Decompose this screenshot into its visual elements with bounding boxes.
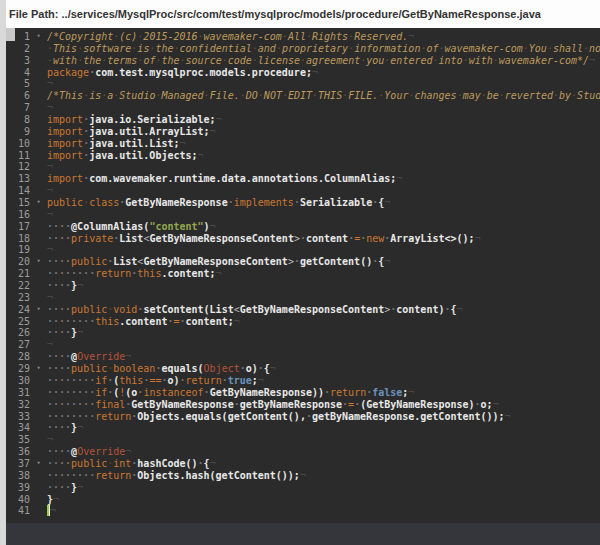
code-line-text[interactable]: import·com.wavemaker.runtime.data.annota… — [47, 173, 600, 185]
fold-arrow-icon[interactable]: ▾ — [30, 31, 47, 43]
code-line-text[interactable]: }¬ — [47, 494, 600, 506]
code-line-text[interactable]: import·java.util.ArrayList;¬ — [47, 126, 600, 138]
code-line-text[interactable]: ····public·List<GetByNameResponseContent… — [47, 256, 600, 268]
code-line-text[interactable]: ····public·boolean·equals(Object·o)·{¬ — [47, 363, 600, 375]
fold-gutter — [30, 209, 47, 221]
code-token: return — [186, 375, 222, 386]
code-line-text[interactable]: ¬ — [47, 161, 600, 173]
code-line-text[interactable]: import·java.util.List;¬ — [47, 138, 600, 150]
code-token: terms — [107, 55, 137, 66]
code-line-text[interactable]: public·class·GetByNameResponse·implement… — [47, 197, 600, 209]
code-token: content; — [186, 316, 234, 327]
code-token: · — [77, 43, 83, 54]
code-line-text[interactable]: package·com.test.mysqlproc.models.proced… — [47, 67, 600, 79]
code-token: .content; — [161, 268, 215, 279]
code-token: · — [499, 90, 505, 101]
fold-arrow-icon[interactable]: ▾ — [30, 256, 47, 268]
eol-mark: ¬ — [408, 387, 414, 398]
code-token: may — [463, 90, 481, 101]
code-line-text[interactable]: ¬ — [47, 185, 600, 197]
fold-arrow-icon[interactable]: ▾ — [30, 458, 47, 470]
eol-mark: ¬ — [270, 363, 276, 374]
fold-arrow-icon[interactable]: ▾ — [30, 197, 47, 209]
code-token: the — [161, 55, 179, 66]
code-token: EDIT — [288, 90, 312, 101]
code-token: · — [204, 90, 210, 101]
code-token: Rights — [312, 31, 348, 42]
code-token: · — [438, 43, 444, 54]
code-line-text[interactable]: ········return·Objects.hash(getContent()… — [47, 470, 600, 482]
code-line: 19¬ — [6, 244, 600, 256]
code-token: · — [300, 233, 306, 244]
code-line-text[interactable]: import·java.io.Serializable;¬ — [47, 114, 600, 126]
code-token: · — [294, 256, 300, 267]
code-line: 39····}¬ — [6, 482, 600, 494]
code-line-text[interactable]: ····}¬ — [47, 422, 600, 434]
line-number: 17 — [6, 221, 30, 233]
code-line-text[interactable]: ¬ — [47, 434, 600, 446]
code-line-text[interactable]: ¬ — [47, 209, 600, 221]
line-number: 30 — [6, 375, 30, 387]
fold-arrow-icon[interactable]: ▾ — [30, 363, 47, 375]
code-line: 23¬ — [6, 292, 600, 304]
code-token: · — [547, 43, 553, 54]
code-line-text[interactable]: ····public·int·hashCode()·{¬ — [47, 458, 600, 470]
code-line: 3·with·the·terms·of·the·source·code·lice… — [6, 55, 600, 67]
code-line-text[interactable]: ····}¬ — [47, 327, 600, 339]
code-token: ········ — [47, 470, 95, 481]
code-line: 4package·com.test.mysqlproc.models.proce… — [6, 67, 600, 79]
code-line-text[interactable]: ········if·(this·==·o)·return·true;¬ — [47, 375, 600, 387]
code-token: hashCode() — [137, 458, 197, 469]
code-line-text[interactable]: ····@ColumnAlias("content")¬ — [47, 221, 600, 233]
code-line-text[interactable]: ········return·Objects.equals(getContent… — [47, 411, 600, 423]
code-line: 1▾/*Copyright·(c)·2015-2016·wavemaker-co… — [6, 31, 600, 43]
code-token: ···· — [47, 304, 71, 315]
code-line-text[interactable]: ¬ — [47, 78, 600, 90]
fold-arrow-icon[interactable]: ▾ — [30, 304, 47, 316]
code-token: public — [71, 363, 107, 374]
code-token: Override — [77, 446, 125, 457]
code-line-text[interactable]: ·This·software·is·the·confidential·and·p… — [47, 43, 600, 55]
eol-mark: ¬ — [47, 78, 53, 89]
code-token: content — [306, 233, 348, 244]
code-line-text[interactable]: ¬ — [47, 339, 600, 351]
code-line-text[interactable]: ········final·GetByNameResponse·getByNam… — [47, 399, 600, 411]
code-line-text[interactable]: ·with·the·terms·of·the·source·code·licen… — [47, 55, 600, 67]
code-token: · — [198, 458, 204, 469]
code-line-text[interactable]: /*This·is·a·Studio·Managed·File.·DO·NOT·… — [47, 90, 600, 102]
code-token: license — [258, 55, 300, 66]
fold-gutter — [30, 150, 47, 162]
line-number: 10 — [6, 138, 30, 150]
line-number: 28 — [6, 351, 30, 363]
code-editor[interactable]: 1▾/*Copyright·(c)·2015-2016·wavemaker-co… — [6, 28, 600, 523]
code-token: Serializable — [300, 197, 372, 208]
code-line-text[interactable]: ····}¬ — [47, 280, 600, 292]
code-line-text[interactable]: import·java.util.Objects;¬ — [47, 150, 600, 162]
code-line-text[interactable]: ¬ — [47, 505, 600, 517]
code-line-text[interactable]: ¬ — [47, 292, 600, 304]
code-token: 2015-2016 — [143, 31, 197, 42]
fold-gutter — [30, 505, 47, 517]
code-line-text[interactable]: ········if·(!(o·instanceof·GetByNameResp… — [47, 387, 600, 399]
line-number: 32 — [6, 399, 30, 411]
code-token: the — [155, 43, 173, 54]
code-line-text[interactable]: ····@Override¬ — [47, 446, 600, 458]
eol-mark: ¬ — [396, 173, 402, 184]
code-token: Reserved. — [354, 31, 408, 42]
code-line-text[interactable]: ····public·void·setContent(List<GetByNam… — [47, 304, 600, 316]
eol-mark: ¬ — [475, 233, 481, 244]
code-line-text[interactable]: ········this.content·=·content;¬ — [47, 316, 600, 328]
code-token: · — [137, 31, 143, 42]
eol-mark: ¬ — [47, 244, 53, 255]
code-line-text[interactable]: ········return·this.content;¬ — [47, 268, 600, 280]
code-token: · — [240, 90, 246, 101]
code-token: reverted — [505, 90, 553, 101]
code-line-text[interactable]: ····private·List<GetByNameResponseConten… — [47, 233, 600, 245]
code-line-text[interactable]: ····@Override¬ — [47, 351, 600, 363]
code-token: · — [155, 90, 161, 101]
code-line-text[interactable]: ····}¬ — [47, 482, 600, 494]
code-line-text[interactable]: ¬ — [47, 102, 600, 114]
code-token: this — [137, 268, 161, 279]
code-line-text[interactable]: /*Copyright·(c)·2015-2016·wavemaker-com·… — [47, 31, 600, 43]
code-line-text[interactable]: ¬ — [47, 244, 600, 256]
